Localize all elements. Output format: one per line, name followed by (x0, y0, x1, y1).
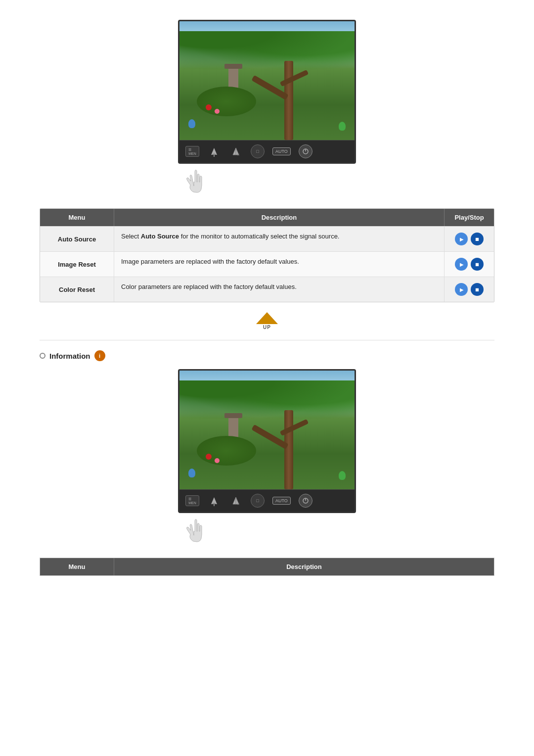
bottom-header-menu: Menu (40, 558, 114, 575)
lantern-blue-2 (188, 469, 195, 477)
flower-red-2 (206, 454, 212, 460)
brightness-button-1[interactable] (207, 146, 221, 157)
bottom-table: Menu Description (40, 558, 494, 576)
tree-trunk-1 (284, 61, 293, 140)
table-row-color-reset: Color Reset Color parameters are replace… (40, 277, 494, 302)
table-row-image-reset: Image Reset Image parameters are replace… (40, 251, 494, 277)
header-description: Description (114, 209, 445, 226)
bush-green-1 (197, 87, 256, 116)
header-menu: Menu (40, 209, 114, 226)
hand-cursor-2 (183, 511, 208, 543)
menu-auto-source: Auto Source (40, 227, 114, 251)
monitor-screen-1 (179, 21, 355, 140)
foliage-top-2 (179, 380, 355, 420)
info-title-row: Information i (40, 350, 494, 361)
flower-red-1 (206, 104, 212, 110)
menu-button-2[interactable]: ☰MEN (185, 495, 199, 506)
header-playstop: Play/Stop (445, 209, 494, 226)
tree-trunk-2 (284, 410, 293, 489)
lantern-green-2 (339, 471, 346, 480)
bush-green-2 (197, 436, 256, 466)
bottom-table-header: Menu Description (40, 558, 494, 575)
monitor-section-1: ☰MEN ✕ □ (40, 20, 494, 193)
desc-color-reset: Color parameters are replaced with the f… (114, 277, 445, 302)
garden-scene-1 (179, 21, 355, 140)
lantern-green-1 (339, 122, 346, 131)
info-bullet-icon (40, 353, 45, 359)
stop-btn-image-reset[interactable] (471, 258, 484, 271)
menu-button-1[interactable]: ☰MEN (185, 146, 199, 157)
bottom-header-description: Description (114, 558, 494, 575)
contrast-button-1[interactable]: ✕ (229, 146, 243, 157)
lantern-blue-1 (188, 119, 195, 128)
power-button-1[interactable] (299, 144, 312, 158)
auto-button-1[interactable]: AUTO (272, 147, 291, 155)
play-btn-color-reset[interactable] (455, 283, 468, 296)
section-divider (40, 340, 494, 340)
desc-auto-source: Select Auto Source for the monitor to au… (114, 227, 445, 251)
play-btn-image-reset[interactable] (455, 258, 468, 271)
monitor-frame-1: ☰MEN ✕ □ (178, 20, 356, 164)
playstop-color-reset (445, 277, 494, 302)
flower-pink-1 (215, 109, 220, 114)
desc-image-reset: Image parameters are replaced with the f… (114, 252, 445, 277)
foliage-top-1 (179, 31, 355, 71)
tree-branch-left-1 (251, 75, 288, 100)
table-section-1: Menu Description Play/Stop Auto Source S… (40, 208, 494, 302)
info-title-text: Information (49, 352, 90, 360)
auto-button-2[interactable]: AUTO (272, 497, 291, 505)
monitor-controls-2: ☰MEN ✕ (179, 489, 356, 512)
info-section: Information i (40, 350, 494, 576)
garden-scene-2 (179, 371, 355, 489)
menu-color-reset: Color Reset (40, 277, 114, 302)
power-button-2[interactable] (299, 494, 312, 508)
hand-cursor-1 (183, 161, 208, 193)
input-button-1[interactable]: □ (251, 144, 265, 158)
flower-pink-2 (215, 458, 220, 463)
monitor-section-2: ☰MEN ✕ (40, 369, 494, 543)
table-row-auto-source: Auto Source Select Auto Source for the m… (40, 226, 494, 251)
monitor-frame-2: ☰MEN ✕ (178, 369, 356, 513)
stop-btn-color-reset[interactable] (471, 283, 484, 296)
tree-branch-left-2 (251, 425, 288, 449)
brightness-button-2[interactable] (207, 495, 221, 506)
up-arrow-button[interactable]: UP (256, 312, 278, 330)
monitor-screen-2 (179, 371, 355, 489)
stop-btn-auto-source[interactable] (471, 233, 484, 245)
menu-image-reset: Image Reset (40, 252, 114, 277)
playstop-auto-source (445, 227, 494, 251)
contrast-button-2[interactable]: ✕ (229, 495, 243, 506)
table-header-1: Menu Description Play/Stop (40, 209, 494, 226)
up-arrow-section: UP (40, 312, 494, 330)
input-button-2[interactable]: □ (251, 494, 265, 508)
svg-text:✕: ✕ (237, 502, 240, 506)
info-icon-badge: i (94, 350, 105, 361)
monitor-controls-1: ☰MEN ✕ □ (179, 140, 356, 162)
svg-text:✕: ✕ (237, 153, 240, 156)
play-btn-auto-source[interactable] (455, 233, 468, 245)
playstop-image-reset (445, 252, 494, 277)
